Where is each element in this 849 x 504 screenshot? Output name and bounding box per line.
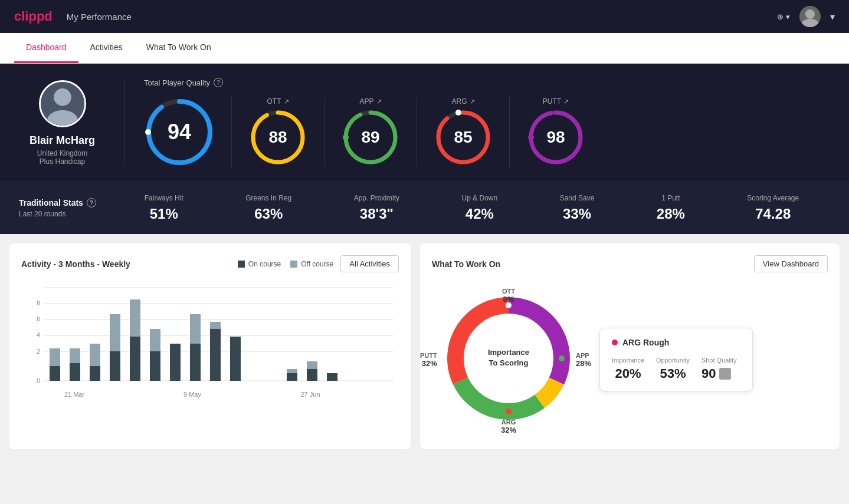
stat-fairways: Fairways Hit 51%	[145, 194, 183, 222]
svg-rect-32	[50, 366, 60, 381]
stats-grid: Fairways Hit 51% Greens In Reg 63% App. …	[113, 194, 830, 222]
shot-quality-stat: Shot Quality 90	[702, 357, 737, 381]
view-dashboard-button[interactable]: View Dashboard	[754, 255, 828, 272]
stat-proximity-label: App. Proximity	[354, 194, 399, 202]
stat-sandsave-value: 33%	[560, 206, 595, 222]
svg-rect-42	[150, 351, 160, 381]
svg-point-18	[528, 134, 534, 140]
logo: clippd	[14, 9, 53, 24]
ott-circle: 88	[248, 108, 307, 167]
putt-trend: ↗	[563, 98, 569, 106]
app-circle: 89	[341, 108, 400, 167]
svg-rect-50	[230, 337, 241, 381]
scores-section: Total Player Quality ? 94 OTT ↗	[125, 78, 830, 167]
stat-fairways-value: 51%	[145, 206, 183, 222]
legend-off-course: Off course	[290, 260, 333, 268]
ott-value: 88	[268, 128, 287, 147]
stat-scoring-value: 74.28	[747, 206, 799, 222]
putt-value: 98	[546, 128, 565, 147]
stat-gir: Greens In Reg 63%	[245, 194, 291, 222]
svg-text:Importance: Importance	[488, 348, 529, 357]
app-value: 89	[361, 128, 379, 147]
opportunity-label: Opportunity	[656, 357, 690, 364]
tab-dashboard[interactable]: Dashboard	[14, 33, 78, 63]
add-button[interactable]: ⊕ ▾	[777, 12, 790, 21]
putt-circle: 98	[526, 108, 585, 167]
stat-1putt: 1 Putt 28%	[657, 194, 685, 222]
opportunity-stat: Opportunity 53%	[656, 357, 690, 381]
arg-detail-title: ARG Rough	[612, 338, 740, 347]
svg-point-12	[343, 134, 349, 140]
svg-point-0	[805, 9, 815, 19]
stat-sandsave-label: Sand Save	[560, 194, 595, 202]
stat-1putt-value: 28%	[657, 206, 685, 222]
arg-trend: ↗	[470, 98, 475, 106]
svg-rect-53	[287, 369, 297, 373]
svg-text:6: 6	[37, 315, 40, 322]
svg-rect-34	[70, 363, 80, 381]
activity-chart-svg: 0 2 4 6 8	[21, 282, 399, 411]
donut-chart: Importance To Scoring	[432, 282, 585, 435]
stat-scoring-label: Scoring Average	[747, 194, 799, 202]
tab-what-to-work-on[interactable]: What To Work On	[135, 33, 223, 63]
svg-text:To Scoring: To Scoring	[489, 358, 529, 367]
ott-donut-label: OTT 8%	[502, 288, 515, 304]
arg-detail-stats: Importance 20% Opportunity 53% Shot Qual…	[612, 357, 740, 381]
activity-card: Activity - 3 Months - Weekly On course O…	[9, 243, 411, 449]
arg-detail-card: ARG Rough Importance 20% Opportunity 53%…	[599, 328, 753, 391]
add-icon: ⊕	[777, 12, 784, 21]
svg-point-15	[455, 110, 461, 116]
arg-label: ARG ↗	[451, 97, 474, 106]
svg-rect-44	[170, 344, 181, 381]
arg-donut-label: ARG 32%	[501, 419, 516, 434]
svg-rect-48	[210, 329, 221, 381]
tab-activities[interactable]: Activities	[78, 33, 135, 63]
svg-rect-41	[130, 299, 140, 337]
stat-proximity: App. Proximity 38'3"	[354, 194, 399, 222]
score-putt: PUTT ↗ 98	[510, 97, 602, 167]
svg-text:27 Jun: 27 Jun	[300, 391, 320, 398]
work-on-card: What To Work On View Dashboard	[420, 243, 840, 449]
app-trend: ↗	[376, 98, 382, 106]
svg-rect-54	[307, 369, 317, 381]
add-chevron: ▾	[786, 12, 790, 21]
svg-rect-33	[50, 348, 60, 366]
player-avatar	[39, 80, 86, 127]
main-score-circle: 94	[144, 97, 215, 167]
all-activities-button[interactable]: All Activities	[340, 255, 399, 272]
svg-rect-47	[190, 314, 201, 344]
svg-rect-49	[210, 322, 221, 329]
total-quality-label: Total Player Quality ?	[144, 78, 830, 87]
importance-stat: Importance 20%	[612, 357, 644, 381]
svg-rect-35	[70, 348, 80, 363]
logo-text: clippd	[14, 9, 53, 24]
score-arg: ARG ↗ 85	[417, 97, 510, 167]
stats-subtitle: Last 20 rounds	[19, 210, 113, 218]
avatar[interactable]	[799, 6, 821, 27]
stat-gir-value: 63%	[245, 206, 291, 222]
shot-quality-badge	[719, 368, 731, 380]
shot-quality-label: Shot Quality	[702, 357, 737, 364]
user-chevron: ▾	[830, 11, 835, 22]
scores-grid: 94 OTT ↗ 88 APP	[144, 97, 830, 167]
bottom-section: Activity - 3 Months - Weekly On course O…	[0, 234, 849, 459]
svg-rect-46	[190, 344, 201, 381]
svg-text:21 Mar: 21 Mar	[64, 391, 85, 398]
work-on-title: What To Work On	[432, 259, 500, 269]
opportunity-value: 53%	[656, 366, 690, 381]
stats-label: Traditional Stats ? Last 20 rounds	[19, 198, 113, 218]
svg-rect-37	[90, 344, 100, 366]
stat-fairways-label: Fairways Hit	[145, 194, 183, 202]
stats-help[interactable]: ?	[87, 198, 96, 207]
donut-wrapper: Importance To Scoring OTT 8% APP 28%	[432, 282, 585, 437]
shot-quality-value: 90	[702, 366, 716, 381]
putt-donut-label: PUTT 32%	[420, 352, 437, 368]
svg-rect-56	[327, 373, 337, 381]
header: clippd My Performance ⊕ ▾ ▾	[0, 0, 849, 33]
svg-rect-19	[238, 261, 245, 268]
total-quality-help[interactable]: ?	[214, 78, 223, 87]
svg-text:4: 4	[37, 331, 40, 338]
svg-rect-38	[110, 351, 120, 381]
activity-card-header: Activity - 3 Months - Weekly On course O…	[21, 255, 399, 272]
arg-circle: 85	[434, 108, 493, 167]
